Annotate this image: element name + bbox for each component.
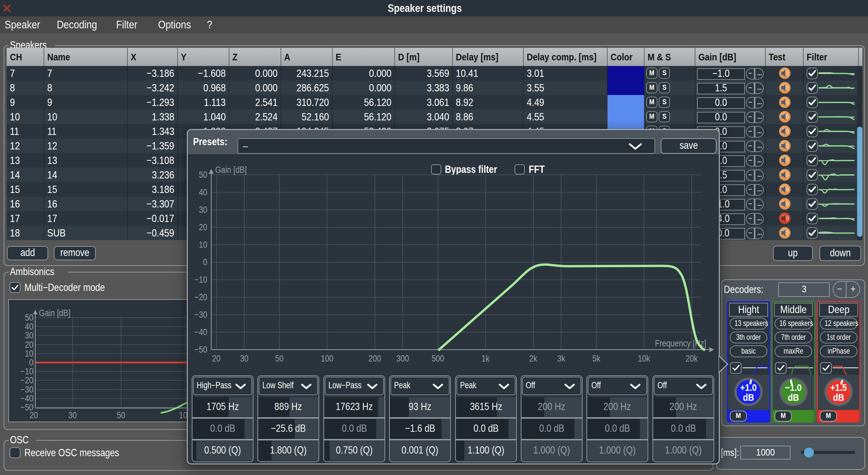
svg-text:40: 40 [199, 187, 207, 197]
svg-text:20: 20 [199, 222, 207, 232]
svg-text:0: 0 [29, 357, 33, 367]
svg-text:Gain [dB]: Gain [dB] [39, 308, 71, 318]
svg-text:0: 0 [203, 257, 207, 267]
svg-text:1k: 1k [482, 353, 490, 363]
svg-text:30: 30 [240, 353, 249, 363]
svg-text:−30: −30 [194, 309, 207, 319]
svg-text:50: 50 [25, 312, 33, 322]
svg-text:10k: 10k [638, 353, 650, 363]
svg-text:50: 50 [199, 169, 207, 180]
svg-text:−40: −40 [194, 327, 207, 337]
svg-text:−30: −30 [21, 384, 33, 394]
svg-text:20: 20 [25, 340, 33, 349]
svg-text:50: 50 [275, 353, 284, 363]
svg-text:20k: 20k [685, 353, 698, 363]
svg-text:30: 30 [199, 204, 207, 214]
svg-text:100: 100 [321, 353, 333, 363]
svg-text:30: 30 [68, 410, 77, 420]
svg-text:500: 500 [431, 353, 444, 363]
svg-text:−10: −10 [194, 275, 207, 284]
svg-text:−20: −20 [21, 375, 33, 385]
svg-text:−10: −10 [21, 366, 33, 376]
svg-text:5k: 5k [592, 353, 601, 363]
svg-text:200: 200 [368, 353, 381, 363]
svg-text:10: 10 [25, 348, 33, 358]
svg-text:40: 40 [25, 321, 33, 331]
svg-text:−40: −40 [21, 393, 33, 403]
svg-text:−20: −20 [194, 292, 207, 302]
svg-text:−50: −50 [194, 344, 207, 354]
svg-text:10: 10 [199, 240, 207, 249]
svg-text:300: 300 [396, 353, 409, 363]
svg-text:30: 30 [25, 330, 33, 340]
svg-text:20: 20 [212, 353, 221, 363]
svg-text:2k: 2k [529, 353, 538, 363]
svg-text:Gain [dB]: Gain [dB] [215, 165, 247, 175]
svg-text:50: 50 [117, 410, 125, 420]
svg-text:20: 20 [30, 410, 38, 420]
svg-text:3k: 3k [557, 353, 565, 363]
